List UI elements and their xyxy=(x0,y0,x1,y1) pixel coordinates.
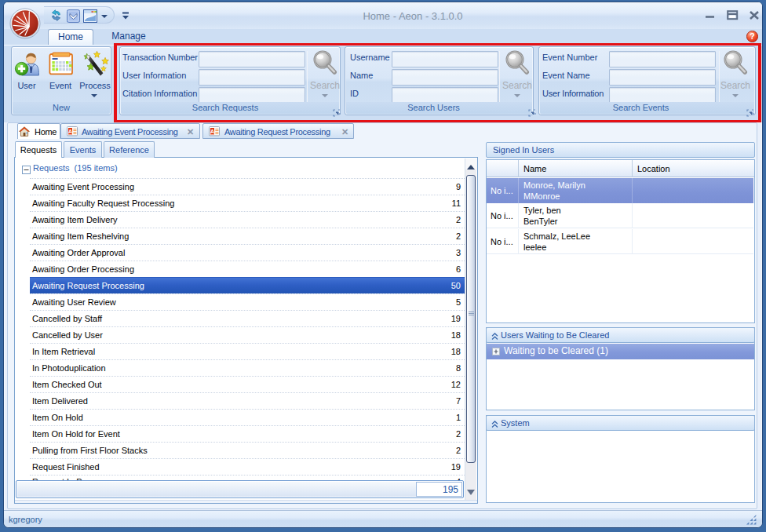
svg-text:A: A xyxy=(210,129,214,134)
svg-text:A: A xyxy=(68,129,72,134)
svg-text:?: ? xyxy=(750,31,754,41)
